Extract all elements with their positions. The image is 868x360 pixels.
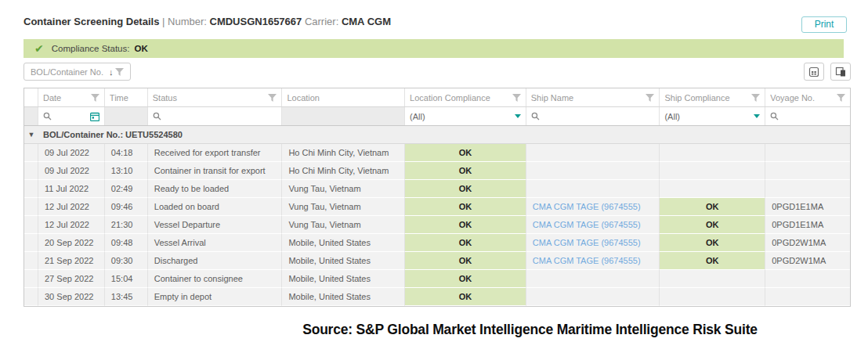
cell-date: 21 Sep 2022 [38, 252, 105, 270]
cell-ship-name: CMA CGM TAGE (9674555) [526, 198, 660, 216]
column-header-location-compliance[interactable]: Location Compliance [405, 88, 526, 106]
row-expander-cell [24, 270, 38, 288]
row-expander-cell [24, 198, 38, 216]
cell-ship-name [526, 144, 660, 162]
filter-funnel-icon[interactable] [646, 94, 654, 102]
ship-compliance-filter-value: (All) [664, 112, 680, 121]
column-label-location-compliance: Location Compliance [410, 93, 512, 103]
page-title-heading: Container Screening Details [24, 16, 159, 27]
cell-ship-name: CMA CGM TAGE (9674555) [526, 252, 660, 270]
cell-location: Mobile, United States [282, 234, 405, 252]
cell-voyage-no: 0PGD1E1MA [765, 198, 850, 216]
calendar-icon[interactable] [90, 112, 99, 121]
cell-date: 09 Jul 2022 [38, 144, 105, 162]
column-header-status[interactable]: Status [148, 88, 283, 106]
group-by-bol-control[interactable]: BOL/Container No. ↓ [24, 63, 131, 81]
cell-location: Vung Tau, Vietnam [282, 216, 405, 234]
cell-location-compliance: OK [405, 180, 526, 198]
cell-status: Ready to be loaded [148, 180, 283, 198]
chevron-down-icon [515, 114, 521, 118]
filter-funnel-icon[interactable] [837, 94, 845, 102]
status-filter-input[interactable] [148, 107, 283, 125]
cell-time: 15:04 [105, 270, 148, 288]
cell-ship-name [526, 180, 660, 198]
table-row: 30 Sep 202213:45Empty in depotMobile, Un… [24, 288, 850, 306]
cell-location-compliance: OK [405, 144, 526, 162]
column-label-voyage-no: Voyage No. [770, 93, 837, 103]
cell-ship-compliance [660, 288, 765, 306]
page-title: Container Screening Details | Number: CM… [24, 16, 391, 27]
export-button[interactable] [804, 63, 824, 81]
cell-location: Mobile, United States [282, 252, 405, 270]
location-compliance-filter-value: (All) [410, 112, 425, 121]
export-icon [808, 67, 819, 77]
print-button[interactable]: Print [801, 16, 847, 33]
container-number: CMDUSGN1657667 [210, 16, 302, 27]
filter-funnel-icon[interactable] [512, 94, 521, 102]
column-label-ship-compliance: Ship Compliance [664, 93, 751, 103]
sort-descending-icon: ↓ [109, 67, 114, 77]
cell-voyage-no [765, 180, 850, 198]
column-label-location: Location [287, 93, 400, 103]
voyage-no-filter-input[interactable] [765, 107, 850, 125]
cell-status: Received for export transfer [148, 144, 283, 162]
carrier-name: CMA CGM [342, 16, 391, 27]
filter-expander-cell [24, 107, 38, 125]
ship-name-link[interactable]: CMA CGM TAGE (9674555) [533, 238, 641, 247]
table-row: 12 Jul 202209:46Loaded on boardVung Tau,… [24, 198, 850, 216]
cell-ship-name [526, 270, 660, 288]
column-label-time: Time [110, 93, 143, 103]
cell-ship-name: CMA CGM TAGE (9674555) [526, 216, 660, 234]
table-header-row: Date Time Status Location Location Compl… [24, 88, 850, 107]
column-header-time[interactable]: Time [105, 88, 148, 106]
column-header-ship-compliance[interactable]: Ship Compliance [660, 88, 765, 106]
cell-voyage-no: 0PGD2W1MA [765, 252, 850, 270]
cell-status: Container in transit for export [148, 162, 283, 180]
cell-date: 20 Sep 2022 [38, 234, 105, 252]
filter-funnel-icon[interactable] [751, 94, 760, 102]
column-header-date[interactable]: Date [38, 88, 105, 106]
ship-compliance-filter-select[interactable]: (All) [660, 107, 765, 125]
cell-time: 13:45 [105, 288, 148, 306]
ship-name-link[interactable]: CMA CGM TAGE (9674555) [533, 220, 641, 229]
location-compliance-filter-select[interactable]: (All) [405, 107, 526, 125]
cell-voyage-no [765, 144, 850, 162]
cell-ship-name [526, 288, 660, 306]
table-row: 20 Sep 202209:48Vessel ArrivalMobile, Un… [24, 234, 850, 252]
header-expander-cell [24, 88, 38, 106]
column-header-ship-name[interactable]: Ship Name [526, 88, 660, 106]
cell-location-compliance: OK [405, 270, 526, 288]
cell-time: 04:18 [105, 144, 148, 162]
column-label-status: Status [153, 93, 269, 103]
cell-location: Mobile, United States [282, 270, 405, 288]
collapse-group-icon[interactable]: ▼ [24, 131, 38, 139]
cell-ship-compliance: OK [660, 234, 765, 252]
table-row: 21 Sep 202209:30DischargedMobile, United… [24, 252, 850, 270]
cell-location-compliance: OK [405, 162, 526, 180]
cell-status: Container to consignee [148, 270, 283, 288]
ship-name-filter-input[interactable] [526, 107, 660, 125]
chevron-down-icon [754, 114, 760, 118]
column-header-location[interactable]: Location [282, 88, 405, 106]
column-header-voyage-no[interactable]: Voyage No. [765, 88, 850, 106]
table-body: 09 Jul 202204:18Received for export tran… [24, 144, 850, 306]
location-filter-cell [282, 107, 405, 125]
date-filter-input[interactable] [38, 107, 105, 125]
ship-name-link[interactable]: CMA CGM TAGE (9674555) [533, 202, 641, 211]
cell-time: 09:30 [105, 252, 148, 270]
cell-voyage-no [765, 270, 850, 288]
group-by-label: BOL/Container No. [31, 67, 103, 77]
filter-funnel-icon[interactable] [268, 94, 277, 102]
row-expander-cell [24, 234, 38, 252]
cell-ship-compliance [660, 270, 765, 288]
cell-date: 11 Jul 2022 [38, 180, 105, 198]
compliance-status-value: OK [134, 44, 147, 53]
ship-name-link[interactable]: CMA CGM TAGE (9674555) [533, 256, 641, 265]
choose-columns-button[interactable] [830, 63, 851, 81]
cell-location: Ho Chi Minh City, Vietnam [282, 144, 405, 162]
cell-date: 27 Sep 2022 [38, 270, 105, 288]
cell-voyage-no [765, 162, 850, 180]
search-icon [531, 112, 540, 121]
filter-funnel-icon[interactable] [91, 94, 99, 102]
cell-time: 21:30 [105, 216, 148, 234]
